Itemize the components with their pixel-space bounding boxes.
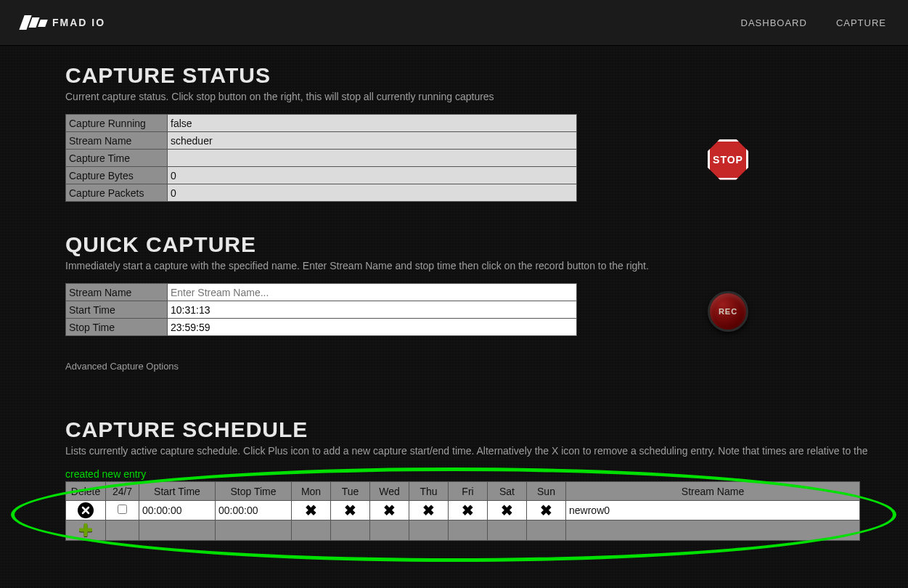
- hdr-stream: Stream Name: [566, 482, 860, 501]
- quick-stop-input[interactable]: [171, 321, 573, 334]
- navbar: FMAD IO DASHBOARD CAPTURE: [0, 0, 908, 46]
- quick-stop-label: Stop Time: [66, 319, 168, 336]
- hdr-tue: Tue: [331, 482, 370, 501]
- status-running-label: Capture Running: [66, 115, 168, 132]
- day-toggle-wed[interactable]: ✖: [383, 502, 396, 518]
- day-toggle-tue[interactable]: ✖: [344, 502, 356, 518]
- quick-table: Stream Name Start Time Stop Time: [65, 283, 577, 336]
- day-toggle-thu[interactable]: ✖: [422, 502, 435, 518]
- status-time-label: Capture Time: [66, 150, 168, 167]
- row-start[interactable]: 00:00:00: [139, 501, 216, 520]
- stop-icon-label: STOP: [713, 154, 743, 166]
- record-icon-label: REC: [719, 307, 737, 316]
- quick-stream-label: Stream Name: [66, 284, 168, 301]
- hdr-thu: Thu: [409, 482, 449, 501]
- schedule-confirm-note: created new entry: [65, 468, 908, 480]
- quick-stream-input[interactable]: [171, 286, 573, 299]
- status-time-value: [168, 150, 577, 167]
- status-packets-value: 0: [168, 184, 577, 202]
- logo-mark-icon: [22, 15, 46, 30]
- stop-button[interactable]: STOP: [708, 139, 748, 180]
- add-row-button[interactable]: [78, 522, 94, 538]
- hdr-sat: Sat: [488, 482, 527, 501]
- hdr-allday: 24/7: [106, 482, 139, 501]
- quick-title: QUICK CAPTURE: [65, 232, 908, 257]
- status-bytes-value: 0: [168, 167, 577, 184]
- quick-desc: Immediately start a capture with the spe…: [65, 260, 908, 271]
- hdr-wed: Wed: [370, 482, 409, 501]
- advanced-options-link[interactable]: Advanced Capture Options: [65, 361, 179, 372]
- hdr-mon: Mon: [292, 482, 331, 501]
- status-running-value: false: [168, 115, 577, 132]
- hdr-stop: Stop Time: [216, 482, 292, 501]
- day-toggle-sat[interactable]: ✖: [501, 502, 513, 518]
- schedule-desc: Lists currently active capture schedule.…: [65, 445, 908, 457]
- record-button[interactable]: REC: [708, 291, 748, 332]
- day-toggle-mon[interactable]: ✖: [305, 502, 317, 518]
- schedule-title: CAPTURE SCHEDULE: [65, 417, 908, 442]
- brand-text: FMAD IO: [52, 17, 105, 28]
- schedule-table: Delete 24/7 Start Time Stop Time Mon Tue…: [65, 481, 860, 541]
- hdr-start: Start Time: [139, 482, 216, 501]
- schedule-row: 00:00:00 00:00:00 ✖ ✖ ✖ ✖ ✖ ✖ ✖ newrow0: [66, 501, 860, 520]
- allday-checkbox[interactable]: [118, 505, 127, 514]
- nav-dashboard[interactable]: DASHBOARD: [741, 17, 807, 28]
- plus-icon: [79, 523, 92, 536]
- close-icon: [81, 506, 90, 515]
- delete-row-button[interactable]: [78, 502, 94, 518]
- status-stream-value: scheduer: [168, 132, 577, 150]
- nav-capture[interactable]: CAPTURE: [836, 17, 886, 28]
- hdr-delete: Delete: [66, 482, 106, 501]
- quick-start-label: Start Time: [66, 301, 168, 319]
- row-stop[interactable]: 00:00:00: [216, 501, 292, 520]
- status-title: CAPTURE STATUS: [65, 63, 908, 88]
- quick-start-input[interactable]: [171, 303, 573, 317]
- status-table: Capture Running false Stream Name schedu…: [65, 114, 577, 202]
- row-stream[interactable]: newrow0: [566, 501, 860, 520]
- status-desc: Current capture status. Click stop butto…: [65, 91, 908, 102]
- nav-links: DASHBOARD CAPTURE: [741, 17, 886, 28]
- hdr-fri: Fri: [449, 482, 488, 501]
- day-toggle-sun[interactable]: ✖: [540, 502, 552, 518]
- status-packets-label: Capture Packets: [66, 184, 168, 202]
- hdr-sun: Sun: [527, 482, 566, 501]
- day-toggle-fri[interactable]: ✖: [462, 502, 474, 518]
- status-stream-label: Stream Name: [66, 132, 168, 150]
- logo[interactable]: FMAD IO: [22, 15, 105, 30]
- status-bytes-label: Capture Bytes: [66, 167, 168, 184]
